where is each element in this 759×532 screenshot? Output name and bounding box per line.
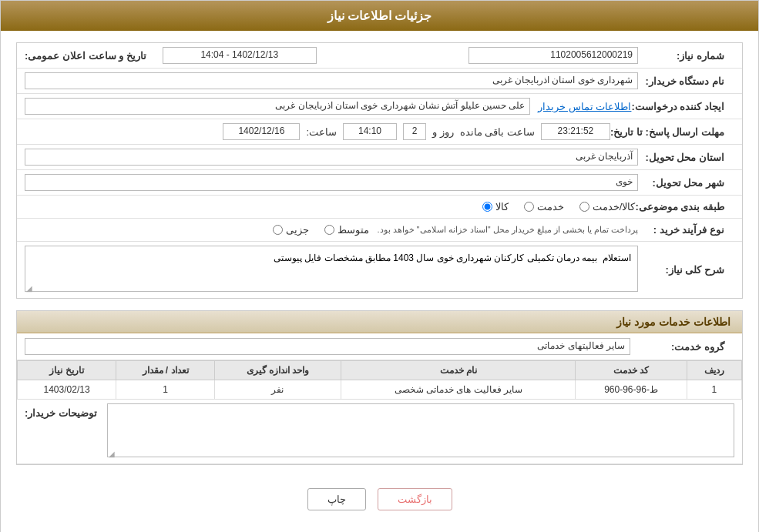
deadline-day-label: روز و	[432, 126, 454, 138]
purchase-jozi-radio[interactable]	[273, 225, 283, 235]
need-description-row: شرح کلی نیاز: ◢	[17, 242, 742, 298]
deadline-value-cell: 23:21:52 ساعت باقی مانده روز و 2 14:10 س…	[25, 123, 610, 140]
city-field: خوی	[25, 174, 638, 191]
resize-handle-icon: ◢	[26, 284, 32, 293]
deadline-date-field: 1402/12/16	[223, 123, 300, 140]
deadline-label: مهلت ارسال پاسخ: تا تاریخ:	[610, 126, 730, 138]
main-form-section: شماره نیاز: 1102005612000219 1402/12/13 …	[16, 42, 743, 299]
buyer-notes-section: ◢ توضیحات خریدار:	[17, 400, 742, 464]
org-name-field: شهرداری خوی استان اذربایجان غربی	[25, 72, 638, 89]
purchase-type-jozi[interactable]: جزیی	[273, 224, 309, 236]
buyer-notes-value-cell: ◢	[107, 403, 734, 460]
org-name-row: نام دستگاه خریدار: شهرداری خوی استان اذر…	[17, 69, 742, 94]
org-name-label: نام دستگاه خریدار:	[638, 75, 730, 87]
city-row: شهر محل تحویل: خوی	[17, 170, 742, 196]
province-field: آذربایجان غربی	[25, 149, 638, 166]
button-row: بازگشت چاپ	[16, 477, 743, 522]
group-label: گروه خدمت:	[638, 341, 730, 353]
purchase-type-label: نوع فرآیند خرید :	[638, 224, 730, 236]
cell-service-name: سایر فعالیت های خدماتی شخصی	[341, 380, 576, 400]
deadline-remaining-label: ساعت باقی مانده	[460, 126, 535, 138]
purchase-type-value-cell: پرداخت تمام یا بخشی از مبلغ خریدار محل "…	[25, 224, 638, 236]
category-option-kala-khedmat[interactable]: کالا/خدمت	[579, 201, 636, 212]
purchase-jozi-label: جزیی	[286, 224, 309, 236]
print-button[interactable]: چاپ	[307, 488, 366, 510]
need-description-value-cell: ◢	[25, 246, 638, 294]
purchase-type-note: پرداخت تمام یا بخشی از مبلغ خریدار محل "…	[377, 225, 638, 235]
need-number-value-cell: 1102005612000219	[331, 47, 638, 64]
province-label: استان محل تحویل:	[638, 152, 730, 163]
need-number-row: شماره نیاز: 1102005612000219 1402/12/13 …	[17, 43, 742, 69]
resize-handle2-icon: ◢	[109, 450, 115, 458]
announce-date-field: 1402/12/13 - 14:04	[163, 47, 317, 64]
services-section: اطلاعات خدمات مورد نیاز گروه خدمت: سایر …	[16, 310, 743, 465]
cell-row-num: 1	[687, 380, 741, 400]
deadline-time-field: 14:10	[343, 123, 397, 140]
col-header-row-num: ردیف	[687, 361, 741, 380]
category-kala-radio[interactable]	[482, 202, 492, 212]
cell-quantity: 1	[116, 380, 215, 400]
buyer-notes-label: توضیحات خریدار:	[25, 403, 103, 419]
city-value-cell: خوی	[25, 174, 638, 191]
category-khedmat-label: خدمت	[537, 201, 564, 212]
col-header-service-name: نام خدمت	[341, 361, 576, 380]
creator-value-cell: اطلاعات تماس خریدار علی حسین علیلو آتش ن…	[25, 98, 631, 115]
need-description-label: شرح کلی نیاز:	[638, 264, 730, 276]
category-option-kala[interactable]: کالا	[482, 201, 509, 212]
back-button[interactable]: بازگشت	[378, 488, 452, 510]
category-label: طبقه بندی موضوعی:	[635, 201, 730, 212]
creator-label: ایجاد کننده درخواست:	[631, 101, 730, 112]
group-row: گروه خدمت: سایر فعالیتهای خدماتی	[17, 333, 742, 360]
need-number-field: 1102005612000219	[468, 47, 638, 64]
purchase-motavasset-radio[interactable]	[324, 225, 334, 235]
table-row: 1 ط-96-96-960 سایر فعالیت های خدماتی شخص…	[18, 380, 742, 400]
city-label: شهر محل تحویل:	[638, 177, 730, 189]
category-khedmat-radio[interactable]	[524, 202, 534, 212]
deadline-remaining-field: 23:21:52	[541, 123, 610, 140]
category-kala-label: کالا	[495, 201, 509, 212]
table-header-row: ردیف کد خدمت نام خدمت واحد اندازه گیری ت…	[18, 361, 742, 380]
category-kala-khedmat-label: کالا/خدمت	[593, 201, 636, 212]
category-option-khedmat[interactable]: خدمت	[524, 201, 564, 212]
col-header-unit: واحد اندازه گیری	[215, 361, 341, 380]
category-kala-khedmat-radio[interactable]	[579, 202, 589, 212]
col-header-service-code: کد خدمت	[576, 361, 687, 380]
page-title: جزئیات اطلاعات نیاز	[327, 9, 432, 22]
creator-field: علی حسین علیلو آتش نشان شهرداری خوی استا…	[25, 98, 530, 115]
purchase-type-row: نوع فرآیند خرید : پرداخت تمام یا بخشی از…	[17, 219, 742, 242]
creator-row: ایجاد کننده درخواست: اطلاعات تماس خریدار…	[17, 94, 742, 119]
category-value-cell: کالا/خدمت خدمت کالا	[25, 201, 635, 212]
need-description-field[interactable]	[25, 246, 638, 292]
creator-link[interactable]: اطلاعات تماس خریدار	[538, 101, 631, 112]
org-name-value-cell: شهرداری خوی استان اذربایجان غربی	[25, 72, 638, 89]
services-table-container: ردیف کد خدمت نام خدمت واحد اندازه گیری ت…	[17, 360, 742, 400]
announce-date-label: تاریخ و ساعت اعلان عمومی:	[25, 50, 153, 62]
group-value-field: سایر فعالیتهای خدماتی	[25, 338, 630, 355]
category-row: طبقه بندی موضوعی: کالا/خدمت خدمت کالا	[17, 196, 742, 219]
col-header-quantity: تعداد / مقدار	[116, 361, 215, 380]
announce-date-group: 1402/12/13 - 14:04 تاریخ و ساعت اعلان عم…	[25, 47, 331, 64]
cell-service-code: ط-96-96-960	[576, 380, 687, 400]
services-section-title: اطلاعات خدمات مورد نیاز	[17, 311, 742, 333]
province-value-cell: آذربایجان غربی	[25, 149, 638, 166]
col-header-date: تاریخ نیاز	[18, 361, 116, 380]
need-number-label: شماره نیاز:	[638, 50, 730, 62]
deadline-days-field: 2	[403, 123, 426, 140]
page-header: جزئیات اطلاعات نیاز	[1, 1, 758, 31]
purchase-motavasset-label: متوسط	[338, 224, 369, 236]
purchase-type-motavasset[interactable]: متوسط	[324, 224, 369, 236]
deadline-row: مهلت ارسال پاسخ: تا تاریخ: 23:21:52 ساعت…	[17, 119, 742, 145]
buyer-notes-field[interactable]	[107, 403, 734, 457]
cell-date: 1403/02/13	[18, 380, 116, 400]
province-row: استان محل تحویل: آذربایجان غربی	[17, 145, 742, 170]
services-table: ردیف کد خدمت نام خدمت واحد اندازه گیری ت…	[17, 360, 742, 400]
deadline-time-label: ساعت:	[306, 126, 337, 138]
cell-unit: نفر	[215, 380, 341, 400]
